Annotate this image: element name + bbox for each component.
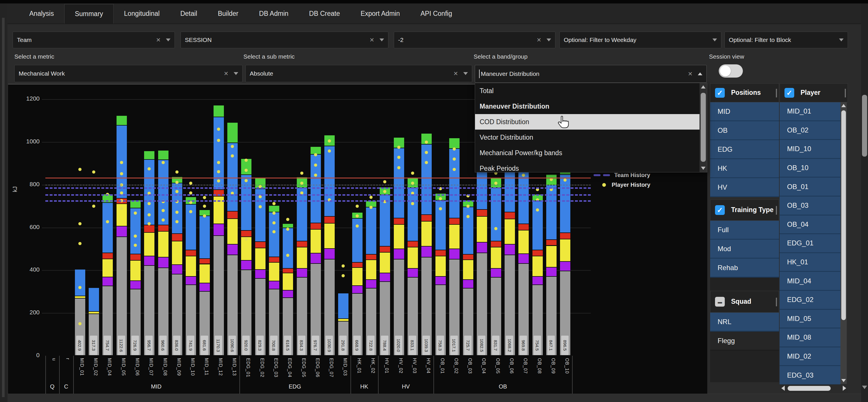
bar-MID_06[interactable] — [130, 200, 141, 356]
player-scrollbar-thumb[interactable] — [841, 110, 846, 320]
resize-handle[interactable] — [776, 89, 777, 97]
facet-item-hv[interactable]: HV — [710, 178, 779, 197]
clear-icon[interactable]: ✕ — [536, 36, 541, 44]
session-view-toggle[interactable] — [719, 64, 743, 78]
clear-icon[interactable]: ✕ — [453, 70, 458, 77]
chevron-down-icon[interactable] — [712, 38, 717, 41]
player-item-edg_01[interactable]: EDG_01 — [780, 234, 840, 253]
bar-MID_05[interactable] — [117, 116, 127, 356]
weekday-filter-select[interactable]: Optional: Filter to Weekday — [559, 32, 721, 48]
clear-icon[interactable]: ✕ — [224, 70, 228, 77]
tab-analysis[interactable]: Analysis — [19, 3, 64, 24]
player-item-mid_08[interactable]: MID_08 — [780, 328, 840, 347]
left-edge-scroll-strip[interactable] — [0, 3, 7, 402]
resize-handle[interactable] — [845, 89, 846, 97]
checkbox-checked-icon[interactable]: ✓ — [715, 88, 725, 98]
page-scrollbar[interactable] — [861, 3, 868, 402]
chevron-down-icon[interactable] — [234, 72, 238, 75]
dropdown-option-cod-distribution[interactable]: COD Distribution — [475, 114, 707, 130]
dropdown-scrollbar[interactable] — [700, 83, 707, 172]
scroll-up-icon[interactable] — [841, 104, 846, 107]
bar-OB_07[interactable] — [518, 149, 529, 356]
scroll-down-icon[interactable] — [701, 167, 706, 170]
chevron-up-icon[interactable] — [698, 73, 702, 75]
chevron-down-icon[interactable] — [379, 38, 384, 41]
player-item-mid_02[interactable]: MID_02 — [780, 347, 840, 366]
bar-MID_07[interactable] — [144, 151, 154, 356]
bar-HK_01[interactable] — [352, 213, 363, 356]
resize-handle[interactable] — [776, 206, 777, 214]
tab-detail[interactable]: Detail — [170, 3, 208, 24]
sub-metric-select[interactable]: Absolute ✕ — [245, 65, 472, 82]
clear-icon[interactable]: ✕ — [156, 36, 161, 44]
player-h-scrollbar-thumb[interactable] — [787, 386, 831, 391]
bar-MID_09[interactable] — [172, 177, 182, 356]
checkbox-indeterminate-icon[interactable]: ▬ — [715, 297, 725, 307]
player-item-mid_10[interactable]: MID_10 — [780, 140, 840, 159]
metric-select[interactable]: Mechanical Work ✕ — [14, 65, 243, 82]
bar-OB_05[interactable] — [491, 178, 501, 356]
facet-item-mod[interactable]: Mod — [710, 240, 779, 259]
facet-item-nrl[interactable]: NRL — [710, 313, 779, 332]
session-filter-select[interactable]: SESSION ✕ — [181, 32, 389, 48]
player-item-ob_02[interactable]: OB_02 — [780, 121, 840, 140]
dropdown-option-peak-periods[interactable]: Peak Periods — [475, 161, 707, 172]
chevron-down-icon[interactable] — [166, 38, 170, 41]
player-item-ob_04[interactable]: OB_04 — [780, 216, 840, 234]
chevron-down-icon[interactable] — [547, 38, 551, 41]
player-item-mid_04[interactable]: MID_04 — [780, 272, 840, 291]
scroll-up-icon[interactable] — [701, 85, 706, 88]
chevron-down-icon[interactable] — [839, 38, 844, 41]
player-item-ob_03[interactable]: OB_03 — [780, 197, 840, 216]
bar-MID_10[interactable] — [186, 197, 196, 356]
player-item-mid_05[interactable]: MID_05 — [780, 310, 840, 329]
player-item-ob_10[interactable]: OB_10 — [780, 159, 840, 178]
facet-item-flegg[interactable]: Flegg — [710, 332, 779, 350]
resize-handle[interactable] — [776, 298, 777, 306]
player-item-ob_01[interactable]: OB_01 — [780, 178, 840, 197]
dropdown-option-mechanical-power-kg-bands[interactable]: Mechanical Power/kg bands — [475, 145, 707, 161]
page-scrollbar-thumb[interactable] — [862, 95, 867, 156]
bar-MID_11[interactable] — [199, 210, 210, 356]
bar-MID_12[interactable] — [214, 106, 224, 356]
player-item-edg_03[interactable]: EDG_03 — [780, 366, 840, 385]
band-group-select[interactable]: Maneuver Distribution ✕ — [475, 65, 707, 83]
checkbox-checked-icon[interactable]: ✓ — [715, 205, 725, 215]
bar-HV_01[interactable] — [380, 188, 390, 356]
facet-item-full[interactable]: Full — [710, 221, 779, 240]
clear-icon[interactable]: ✕ — [369, 36, 374, 44]
bar-OB_01[interactable] — [435, 194, 446, 356]
bar-MID_08[interactable] — [158, 150, 168, 356]
scroll-left-icon[interactable] — [781, 385, 785, 391]
tab-summary[interactable]: Summary — [64, 4, 114, 24]
dropdown-option-vector-distribution[interactable]: Vector Distribution — [475, 130, 707, 145]
bar-EDG_07[interactable] — [324, 135, 335, 356]
dropdown-scrollbar-thumb[interactable] — [701, 93, 706, 162]
checkbox-checked-icon[interactable]: ✓ — [784, 88, 794, 98]
player-item-hk_01[interactable]: HK_01 — [780, 253, 840, 272]
facet-item-ob[interactable]: OB — [710, 121, 779, 140]
scroll-down-icon[interactable] — [841, 379, 846, 382]
dropdown-option-maneuver-distribution[interactable]: Maneuver Distribution — [475, 98, 707, 114]
facet-item-mid[interactable]: MID — [710, 102, 779, 121]
bar-EDG_03[interactable] — [269, 206, 279, 356]
block-filter-select[interactable]: Optional: Filter to Block — [724, 32, 848, 48]
chevron-down-icon[interactable] — [463, 72, 468, 75]
bar-EDG_05[interactable] — [297, 177, 307, 356]
tab-api-config[interactable]: API Config — [410, 3, 462, 24]
bar-HV_04[interactable] — [422, 134, 432, 356]
facet-item-hk[interactable]: HK — [710, 159, 779, 178]
tab-builder[interactable]: Builder — [208, 3, 249, 24]
player-h-scrollbar[interactable] — [780, 384, 848, 392]
facet-item-rehab[interactable]: Rehab — [710, 259, 779, 278]
tab-db-admin[interactable]: DB Admin — [249, 3, 299, 24]
bar-OB_09[interactable] — [546, 175, 557, 356]
bar-OB_10[interactable] — [560, 164, 570, 356]
tab-export-admin[interactable]: Export Admin — [350, 3, 410, 24]
offset-filter-select[interactable]: -2 ✕ — [394, 32, 555, 48]
tab-db-create[interactable]: DB Create — [299, 3, 350, 24]
tab-longitudinal[interactable]: Longitudinal — [114, 3, 170, 24]
dropdown-option-total[interactable]: Total — [475, 83, 707, 98]
team-filter-select[interactable]: Team ✕ — [12, 32, 175, 48]
bar-MID_13[interactable] — [227, 123, 238, 356]
